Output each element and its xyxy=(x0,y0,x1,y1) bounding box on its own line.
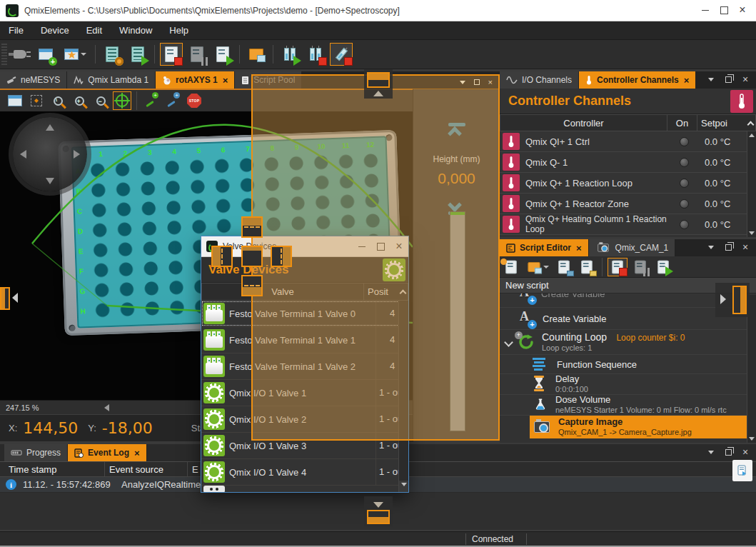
menu-file[interactable]: File xyxy=(0,21,32,40)
on-led[interactable] xyxy=(669,158,699,167)
pause-script-button[interactable] xyxy=(186,43,208,66)
expander-chevron-icon[interactable] xyxy=(504,338,513,347)
project-media-button[interactable] xyxy=(245,43,268,66)
tab-close-icon[interactable]: × xyxy=(134,448,140,458)
controller-row[interactable]: Qmix Q+ 1 Reaction Loop 0.0 °C xyxy=(500,173,756,194)
controller-row[interactable]: Qmix QI+ 1 Ctrl 0.0 °C xyxy=(500,131,756,152)
controller-scrollbar[interactable] xyxy=(747,131,756,237)
thermometer-button[interactable] xyxy=(730,90,753,113)
event-log-tool-button[interactable] xyxy=(732,460,752,481)
panel-close-button[interactable]: × xyxy=(740,242,750,252)
script-item-capture-image-selected[interactable]: Capture Image Qmix_CAM_1 -> Camera_Captu… xyxy=(530,416,756,438)
col-event-source[interactable]: Event source xyxy=(104,462,187,476)
dock-indicator-edge-top[interactable] xyxy=(367,72,390,88)
script-start-button[interactable] xyxy=(126,43,149,66)
add-device-view-button[interactable]: + xyxy=(34,43,57,66)
dock-indicator-split-right[interactable] xyxy=(271,246,292,267)
run-script-button[interactable] xyxy=(211,43,234,66)
zoom-out-button[interactable]: − xyxy=(91,91,110,110)
dock-indicator-split-top[interactable] xyxy=(241,216,263,238)
on-led[interactable] xyxy=(669,179,699,188)
scroll-down-icon[interactable] xyxy=(749,437,755,441)
scroll-down-icon[interactable] xyxy=(401,483,407,486)
scroll-down-icon[interactable] xyxy=(749,231,755,235)
panel-menu-button[interactable] xyxy=(706,242,716,252)
tab-qmix-cam[interactable]: Qmix_CAM_1 xyxy=(589,239,676,256)
toolbar-grip[interactable] xyxy=(1,44,7,65)
dock-indicator-edge-left[interactable] xyxy=(0,287,10,310)
new-script-button[interactable] xyxy=(501,258,521,276)
zoom-original-button[interactable]: ¹ xyxy=(49,91,67,110)
fit-selection-button[interactable] xyxy=(27,91,46,110)
col-extra[interactable]: E xyxy=(187,462,198,476)
script-item-counting-loop[interactable]: + Counting Loop Loop counter $i: 0 Loop … xyxy=(500,330,756,355)
on-led[interactable] xyxy=(669,220,699,229)
favorites-button[interactable] xyxy=(60,43,90,66)
panel-close-button[interactable]: × xyxy=(740,74,750,84)
tab-controller-channels[interactable]: Controller Channels × xyxy=(579,71,696,89)
panel-menu-button[interactable] xyxy=(706,74,716,84)
menu-device[interactable]: Device xyxy=(32,21,78,40)
panel-float-button[interactable] xyxy=(723,447,733,457)
panel-float-button[interactable] xyxy=(723,74,733,84)
dosing-record-button[interactable] xyxy=(304,43,327,66)
controller-row[interactable]: Qmix Q+ 1 Reactor Zone 0.0 °C xyxy=(500,194,756,214)
open-script-button[interactable] xyxy=(524,258,551,276)
script-configure-button[interactable] xyxy=(101,43,124,66)
window-close-button[interactable] xyxy=(733,4,752,18)
add-path-button[interactable] xyxy=(142,91,161,110)
joystick-down-icon[interactable] xyxy=(46,178,54,184)
sort-asc-icon[interactable] xyxy=(745,119,755,127)
panel-menu-button[interactable] xyxy=(706,447,716,457)
tab-close-icon[interactable]: × xyxy=(684,75,690,86)
scroll-left-icon[interactable] xyxy=(104,404,109,411)
panel-close-button[interactable]: × xyxy=(740,447,750,457)
dock-indicator-split-left[interactable] xyxy=(211,246,233,267)
script-scrollbar[interactable] xyxy=(747,295,756,443)
dosing-start-button[interactable] xyxy=(278,43,301,66)
tab-nemesys[interactable]: neMESYS xyxy=(0,71,67,89)
panel-float-button[interactable] xyxy=(723,242,733,252)
col-time-stamp[interactable]: Time stamp xyxy=(9,464,104,475)
valve-row-partial[interactable] xyxy=(201,486,408,492)
save-script-button[interactable] xyxy=(554,258,574,276)
tab-close-icon[interactable]: × xyxy=(223,75,228,86)
script-item-dose-volume[interactable]: Dose Volume neMESYS Starter 1 Volume: 0 … xyxy=(500,395,756,416)
tab-progress[interactable]: Progress xyxy=(4,444,68,461)
dock-indicator-center[interactable] xyxy=(241,246,263,267)
tab-script-editor[interactable]: Script Editor × xyxy=(500,239,589,256)
script-item-function-sequence[interactable]: Function Sequence xyxy=(500,355,756,374)
zoom-in-button[interactable]: + xyxy=(70,91,89,110)
controller-row[interactable]: Qmix Q- 1 0.0 °C xyxy=(500,152,756,173)
dock-indicator-edge-right[interactable] xyxy=(732,286,747,314)
tab-rotaxys[interactable]: rotAXYS 1 × xyxy=(156,71,235,89)
window-maximize-button[interactable] xyxy=(715,4,733,18)
tab-event-log[interactable]: Event Log × xyxy=(68,444,147,461)
add-waypoint-button[interactable] xyxy=(163,91,182,110)
col-setpoint[interactable]: Setpoi xyxy=(697,115,745,131)
stop-button[interactable]: STOP xyxy=(185,91,203,110)
controller-row[interactable]: Qmix Q+ Heating Column 1 Reaction Loop 0… xyxy=(500,214,756,235)
script-item-delay[interactable]: Delay 0:0:0:100 xyxy=(500,374,756,395)
save-script-as-button[interactable] xyxy=(577,258,597,276)
col-controller[interactable]: Controller xyxy=(500,118,667,129)
pause-button[interactable] xyxy=(630,258,650,276)
disconnect-button[interactable] xyxy=(9,43,31,66)
scroll-up-icon[interactable] xyxy=(749,134,755,137)
dock-indicator-edge-bottom[interactable] xyxy=(367,510,390,524)
tab-qmix-lambda[interactable]: Qmix Lambda 1 xyxy=(67,71,156,89)
tab-io-channels[interactable]: I/O Channels xyxy=(500,71,579,89)
record-script-button[interactable] xyxy=(160,43,183,66)
record-button[interactable] xyxy=(608,258,628,276)
window-minimize-button[interactable] xyxy=(696,4,715,18)
col-on[interactable]: On xyxy=(667,115,697,131)
target-position-button[interactable] xyxy=(113,91,131,110)
joystick-control[interactable] xyxy=(13,117,87,191)
valve-row[interactable]: Qmix I/O 1 Valve 4 1 - ou xyxy=(201,459,408,486)
on-led[interactable] xyxy=(669,199,699,209)
joystick-up-icon[interactable] xyxy=(46,124,54,131)
joystick-left-icon[interactable] xyxy=(20,150,26,159)
panel-view-button[interactable] xyxy=(6,91,24,110)
dock-indicator-split-bottom[interactable] xyxy=(241,275,263,296)
menu-window[interactable]: Window xyxy=(111,21,161,40)
